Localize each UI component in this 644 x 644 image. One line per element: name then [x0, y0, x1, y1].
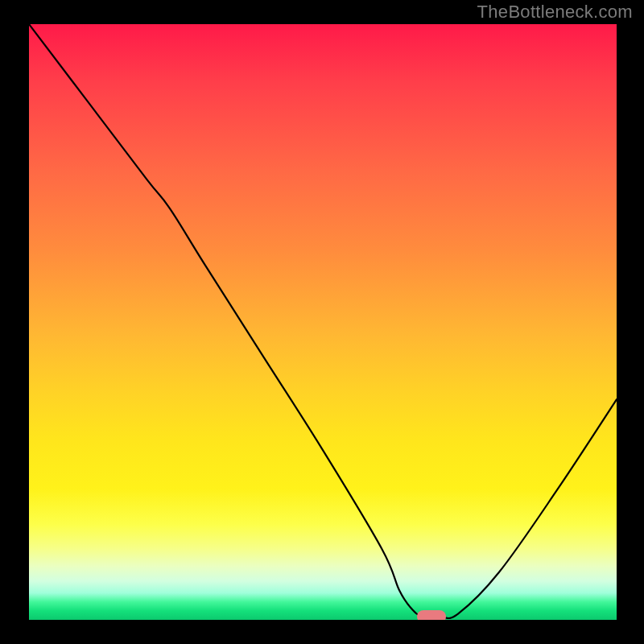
watermark-text: TheBottleneck.com	[477, 2, 633, 23]
optimal-marker-icon	[417, 610, 446, 620]
chart-container: TheBottleneck.com	[0, 0, 644, 644]
bottleneck-curve	[29, 24, 617, 620]
gradient-plot-area	[29, 24, 617, 620]
